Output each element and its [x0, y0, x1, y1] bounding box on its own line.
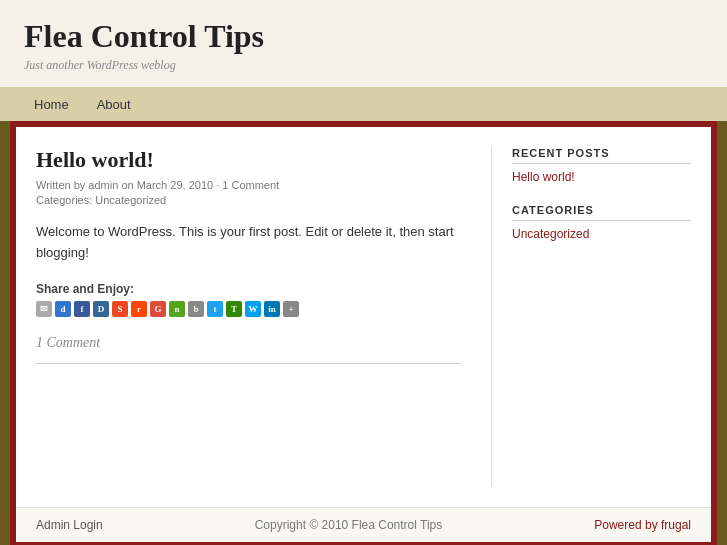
- share-facebook-icon[interactable]: f: [74, 301, 90, 317]
- powered-by-text: Powered by: [594, 518, 661, 532]
- main-nav: Home About: [0, 87, 727, 121]
- outer-wrapper: Hello world! Written by admin on March 2…: [10, 121, 717, 545]
- share-misc1-icon[interactable]: b: [188, 301, 204, 317]
- sidebar-recent-posts-heading: RECENT POSTS: [512, 147, 691, 164]
- footer-inner: Admin Login Copyright © 2010 Flea Contro…: [36, 518, 691, 532]
- nav-item-home[interactable]: Home: [20, 87, 83, 121]
- share-stumble-icon[interactable]: S: [112, 301, 128, 317]
- share-netvibes-icon[interactable]: n: [169, 301, 185, 317]
- main-column: Hello world! Written by admin on March 2…: [36, 147, 471, 487]
- share-windows-icon[interactable]: W: [245, 301, 261, 317]
- share-technorati-icon[interactable]: T: [226, 301, 242, 317]
- share-misc2-icon[interactable]: +: [283, 301, 299, 317]
- sidebar-categories-heading: CATEGORIES: [512, 204, 691, 221]
- share-linkedin-icon[interactable]: in: [264, 301, 280, 317]
- footer-wrapper: Admin Login Copyright © 2010 Flea Contro…: [16, 507, 711, 542]
- share-delicious-icon[interactable]: d: [55, 301, 71, 317]
- post-meta-categories: Categories: Uncategorized: [36, 194, 461, 206]
- site-title: Flea Control Tips: [24, 18, 703, 55]
- sidebar-category-0[interactable]: Uncategorized: [512, 227, 691, 241]
- post-body: Welcome to WordPress. This is your first…: [36, 222, 461, 264]
- comments-link[interactable]: 1 Comment: [36, 335, 461, 351]
- share-twitter-icon[interactable]: t: [207, 301, 223, 317]
- share-label: Share and Enjoy:: [36, 282, 461, 296]
- comments-divider: [36, 363, 461, 364]
- share-email-icon[interactable]: ✉: [36, 301, 52, 317]
- sidebar-categories: CATEGORIES Uncategorized: [512, 204, 691, 241]
- footer-copyright: Copyright © 2010 Flea Control Tips: [255, 518, 443, 532]
- share-google-icon[interactable]: G: [150, 301, 166, 317]
- share-reddit-icon[interactable]: r: [131, 301, 147, 317]
- footer-powered: Powered by frugal: [594, 518, 691, 532]
- sidebar-recent-post-0[interactable]: Hello world!: [512, 170, 691, 184]
- content-area: Hello world! Written by admin on March 2…: [16, 127, 711, 507]
- share-icons: ✉ d f D S r G n b t T W in +: [36, 301, 461, 317]
- site-tagline: Just another WordPress weblog: [24, 58, 703, 73]
- sidebar: RECENT POSTS Hello world! CATEGORIES Unc…: [491, 147, 691, 487]
- nav-item-about[interactable]: About: [83, 87, 145, 121]
- site-header: Flea Control Tips Just another WordPress…: [0, 0, 727, 87]
- admin-login-link[interactable]: Admin Login: [36, 518, 103, 532]
- powered-by-link[interactable]: frugal: [661, 518, 691, 532]
- share-digg-icon[interactable]: D: [93, 301, 109, 317]
- sidebar-recent-posts: RECENT POSTS Hello world!: [512, 147, 691, 184]
- post-title: Hello world!: [36, 147, 461, 173]
- share-section: Share and Enjoy: ✉ d f D S r G n b t T W…: [36, 282, 461, 317]
- post-meta-author: Written by admin on March 29, 2010 · 1 C…: [36, 179, 461, 191]
